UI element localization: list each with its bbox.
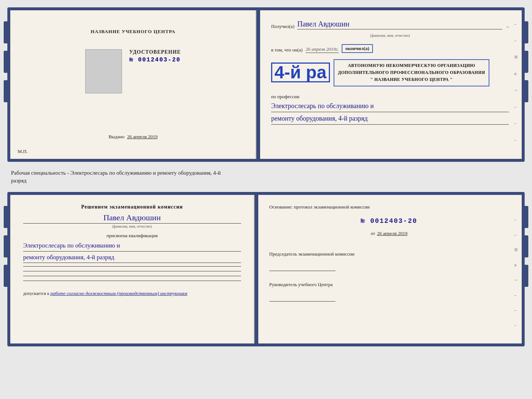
b-dash-5: – [514, 323, 519, 328]
director-sig-line [269, 301, 335, 302]
profession-label: по профессии [271, 94, 509, 100]
decision-title: Решением экзаменационной комиссии [23, 204, 241, 210]
label-a: а [514, 71, 519, 76]
between-line2: разряд [11, 177, 521, 185]
dash-1: – [514, 21, 519, 27]
bottom-profession-line1: Электрослесарь по обслуживанию и [23, 241, 241, 252]
bottom-profession-line2: ремонту оборудования, 4-й разряд [23, 253, 241, 263]
ot-date-line: от 26 апреля 2019 [269, 231, 509, 236]
ot-date: 26 апреля 2019 [377, 231, 407, 236]
org-line2: ДОПОЛНИТЕЛЬНОГО ПРОФЕССИОНАЛЬНОГО ОБРАЗО… [338, 69, 485, 76]
issued-line: Выдано 26 апреля 2019 [108, 134, 157, 140]
допускается-prefix: допускается к [23, 291, 49, 296]
bottom-left-tab-1 [4, 206, 10, 228]
bottom-left-panel: Решением экзаменационной комиссии Павел … [10, 195, 255, 343]
cert-number: № 0012403-20 [129, 57, 181, 63]
bottom-right-tab-3 [522, 265, 528, 287]
between-line1: Рабочая специальность - Электрослесарь п… [11, 169, 521, 177]
top-right-panel: Получил(а) Павел Авдюшин – (фамилия, имя… [260, 10, 522, 159]
bottom-right-margin-labels: – – И а ← – – – [514, 217, 519, 328]
okonchil-label: окончил(а) [342, 44, 373, 53]
bottom-right-tab-2 [522, 235, 528, 257]
sig-line-3 [23, 276, 241, 276]
cert-text-block: УДОСТОВЕРЕНИЕ № 0012403-20 [129, 49, 181, 63]
label-i: И [514, 54, 519, 60]
b-label-a: а [514, 262, 519, 268]
right-tab-2 [522, 51, 528, 73]
bottom-right-tab-1 [522, 206, 528, 228]
chairman-label: Председатель экзаменационной комиссии [269, 251, 509, 257]
top-document: НАЗВАНИЕ УЧЕБНОГО ЦЕНТРА УДОСТОВЕРЕНИЕ №… [7, 7, 525, 162]
vtom-line: в том, что он(а) 26 апреля 2019г. окончи… [271, 44, 509, 53]
bottom-left-tab-3 [4, 265, 10, 287]
bottom-spine-divider [255, 195, 258, 343]
mp-label: М.П. [18, 149, 28, 154]
recipient-subtitle: (фамилия, имя, отчество) [271, 33, 509, 38]
b-dash-3: – [514, 292, 519, 298]
dash-5: – [514, 137, 519, 143]
profession-line1: Электрослесарь по обслуживанию и [271, 101, 509, 112]
spine-divider [256, 10, 260, 159]
left-tab-1 [4, 21, 10, 43]
grade-stamp: 4-й ра [271, 63, 330, 82]
issued-prefix: Выдано [108, 134, 124, 139]
допускается-hw: работе согласно должностным (производств… [50, 291, 187, 296]
person-subtitle: (фамилия, имя, отчество) [23, 224, 241, 228]
recipient-prefix: Получил(а) [271, 24, 294, 29]
left-tab-3 [4, 80, 10, 102]
org-stamp: АВТОНОМНУЮ НЕКОММЕРЧЕСКУЮ ОРГАНИЗАЦИЮ ДО… [334, 59, 490, 86]
bottom-left-tab-2 [4, 235, 10, 257]
left-tab-2 [4, 51, 10, 73]
ot-prefix: от [371, 231, 375, 236]
bottom-left-binding-tabs [4, 206, 10, 287]
cert-label: УДОСТОВЕРЕНИЕ [129, 49, 181, 55]
person-name: Павел Авдюшин [23, 213, 241, 224]
dash-3: – [514, 104, 519, 110]
dash-2: – [514, 38, 519, 43]
profession-line2: ремонту оборудования, 4-й разряд [271, 114, 509, 125]
issued-date: 26 апреля 2019 [127, 134, 158, 139]
profession-section: по профессии Электрослесарь по обслужива… [271, 94, 509, 125]
chairman-sig-line [269, 271, 335, 271]
protocol-number: № 0012403-20 [269, 217, 509, 225]
sig-line-1 [23, 266, 241, 267]
recipient-name: Павел Авдюшин [297, 19, 502, 29]
b-dash-4: – [514, 307, 519, 313]
left-binding-tabs [4, 21, 10, 102]
bottom-right-binding-tabs [522, 206, 528, 287]
top-left-panel: НАЗВАНИЕ УЧЕБНОГО ЦЕНТРА УДОСТОВЕРЕНИЕ №… [10, 10, 256, 159]
recipient-line: Получил(а) Павел Авдюшин – [271, 19, 509, 29]
cert-section: УДОСТОВЕРЕНИЕ № 0012403-20 [85, 49, 181, 101]
page-wrapper: НАЗВАНИЕ УЧЕБНОГО ЦЕНТРА УДОСТОВЕРЕНИЕ №… [7, 7, 525, 346]
training-center-title: НАЗВАНИЕ УЧЕБНОГО ЦЕНТРА [91, 29, 176, 35]
osnование-title: Основание: протокол экзаменационной коми… [269, 204, 509, 210]
right-tab-1 [522, 21, 528, 43]
stamp-area: 4-й ра АВТОНОМНУЮ НЕКОММЕРЧЕСКУЮ ОРГАНИЗ… [271, 58, 509, 86]
b-dash-1: – [514, 217, 519, 222]
right-margin-dashes: – – И а ← – – – [514, 21, 519, 143]
sig-line-4 [23, 281, 241, 281]
b-label-i: И [514, 247, 519, 253]
допускается-section: допускается к работе согласно должностны… [23, 291, 241, 296]
org-line3: " НАЗВАНИЕ УЧЕБНОГО ЦЕНТРА " [338, 76, 485, 83]
dash-4: – [514, 121, 519, 126]
director-label: Руководитель учебного Центра [269, 281, 509, 288]
org-line1: АВТОНОМНУЮ НЕКОММЕРЧЕСКУЮ ОРГАНИЗАЦИЮ [338, 62, 485, 69]
right-tab-3 [522, 80, 528, 102]
vtom-date: 26 апреля 2019г. [306, 46, 339, 53]
between-text-block: Рабочая специальность - Электрослесарь п… [7, 168, 525, 185]
b-label-arrow: ← [514, 277, 519, 283]
bottom-right-panel: Основание: протокол экзаменационной коми… [258, 195, 522, 343]
label-arrow: ← [514, 88, 519, 93]
assigned-label: присвоена квалификация [23, 233, 241, 239]
vtom-prefix: в том, что он(а) [271, 47, 303, 53]
bottom-document: Решением экзаменационной комиссии Павел … [7, 192, 525, 346]
dash-after-name: – [507, 24, 509, 29]
b-dash-2: – [514, 232, 519, 238]
photo-placeholder [85, 49, 122, 93]
right-binding-tabs [522, 21, 528, 102]
sig-line-2 [23, 271, 241, 271]
